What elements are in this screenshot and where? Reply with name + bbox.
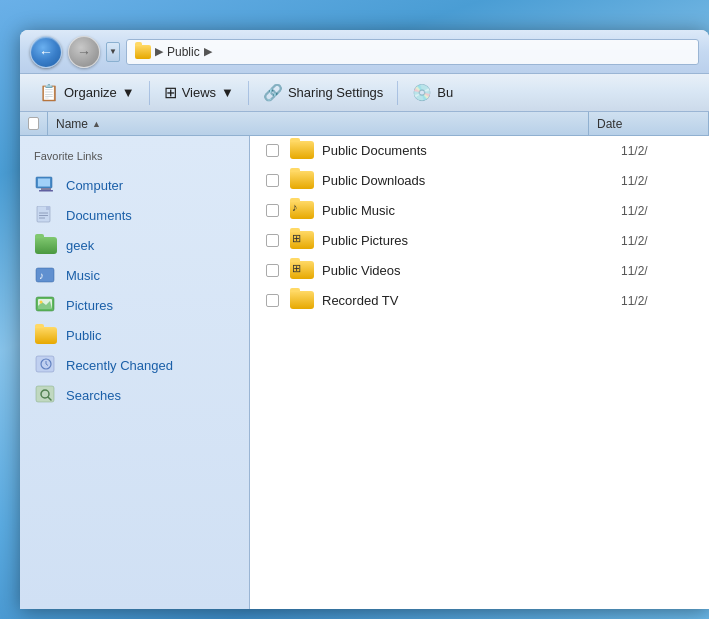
views-label: Views	[182, 85, 216, 100]
sidebar-item-geek-label: geek	[66, 238, 94, 253]
name-column-label: Name	[56, 117, 88, 131]
burn-icon: 💿	[412, 83, 432, 102]
svg-rect-3	[39, 190, 53, 192]
file-name-4: Public Videos	[318, 263, 617, 278]
views-dropdown-icon: ▼	[221, 85, 234, 100]
toolbar-divider-1	[149, 81, 150, 105]
sidebar-heading: Favorite Links	[20, 146, 249, 170]
sort-arrow-icon: ▲	[92, 119, 101, 129]
geek-icon	[34, 235, 58, 255]
nav-dropdown-button[interactable]: ▼	[106, 42, 120, 62]
file-name-5: Recorded TV	[318, 293, 617, 308]
row-checkbox-3[interactable]	[258, 234, 286, 247]
file-date-2: 11/2/	[621, 204, 701, 218]
back-button[interactable]: ←	[30, 36, 62, 68]
window-frame: ← → ▼ ▶ Public ▶ 📋 Organize ▼ ⊞ Views ▼	[20, 30, 709, 609]
sidebar-item-documents[interactable]: Documents	[20, 200, 249, 230]
file-name-0: Public Documents	[318, 143, 617, 158]
path-folder-icon	[135, 45, 151, 59]
svg-rect-1	[38, 179, 50, 187]
checkbox-icon[interactable]	[266, 174, 279, 187]
sidebar-item-documents-label: Documents	[66, 208, 132, 223]
sidebar-item-music[interactable]: ♪ Music	[20, 260, 249, 290]
file-date-3: 11/2/	[621, 234, 701, 248]
svg-rect-5	[46, 206, 50, 210]
date-column-label: Date	[597, 117, 622, 131]
sidebar-item-pictures-label: Pictures	[66, 298, 113, 313]
select-all-checkbox[interactable]	[28, 117, 39, 130]
file-name-1: Public Downloads	[318, 173, 617, 188]
address-path[interactable]: ▶ Public ▶	[126, 39, 699, 65]
forward-button[interactable]: →	[68, 36, 100, 68]
svg-rect-2	[41, 188, 51, 190]
checkbox-icon[interactable]	[266, 204, 279, 217]
column-headers: Name ▲ Date	[20, 112, 709, 136]
music-icon: ♪	[34, 265, 58, 285]
sidebar-item-computer-label: Computer	[66, 178, 123, 193]
svg-point-13	[40, 301, 43, 304]
checkbox-icon[interactable]	[266, 264, 279, 277]
searches-icon	[34, 385, 58, 405]
public-folder-icon	[34, 325, 58, 345]
table-row[interactable]: Public Downloads 11/2/	[250, 166, 709, 196]
table-row[interactable]: Public Pictures 11/2/	[250, 226, 709, 256]
sidebar-item-recently-changed-label: Recently Changed	[66, 358, 173, 373]
row-checkbox-4[interactable]	[258, 264, 286, 277]
checkbox-icon[interactable]	[266, 294, 279, 307]
sharing-button[interactable]: 🔗 Sharing Settings	[254, 78, 392, 107]
path-separator-2: ▶	[204, 45, 212, 58]
organize-dropdown-icon: ▼	[122, 85, 135, 100]
file-music-icon	[290, 201, 314, 221]
recently-changed-icon	[34, 355, 58, 375]
svg-text:♪: ♪	[39, 270, 44, 281]
toolbar-divider-2	[248, 81, 249, 105]
file-date-0: 11/2/	[621, 144, 701, 158]
name-column-header[interactable]: Name ▲	[48, 112, 589, 135]
row-checkbox-5[interactable]	[258, 294, 286, 307]
sharing-icon: 🔗	[263, 83, 283, 102]
window-background: ← → ▼ ▶ Public ▶ 📋 Organize ▼ ⊞ Views ▼	[0, 0, 709, 619]
file-folder-icon-0	[290, 141, 314, 161]
path-separator-1: ▶	[155, 45, 163, 58]
table-row[interactable]: Public Videos 11/2/	[250, 256, 709, 286]
sidebar-item-recently-changed[interactable]: Recently Changed	[20, 350, 249, 380]
checkbox-icon[interactable]	[266, 234, 279, 247]
sidebar: Favorite Links Computer	[20, 136, 250, 609]
sidebar-item-computer[interactable]: Computer	[20, 170, 249, 200]
toolbar-divider-3	[397, 81, 398, 105]
file-date-1: 11/2/	[621, 174, 701, 188]
sidebar-item-public-label: Public	[66, 328, 101, 343]
file-folder-icon-5	[290, 291, 314, 311]
table-row[interactable]: Recorded TV 11/2/	[250, 286, 709, 316]
file-videos-icon	[290, 261, 314, 281]
sidebar-item-music-label: Music	[66, 268, 100, 283]
sidebar-item-searches-label: Searches	[66, 388, 121, 403]
sidebar-item-public[interactable]: Public	[20, 320, 249, 350]
organize-icon: 📋	[39, 83, 59, 102]
organize-button[interactable]: 📋 Organize ▼	[30, 78, 144, 107]
file-name-3: Public Pictures	[318, 233, 617, 248]
checkbox-icon[interactable]	[266, 144, 279, 157]
main-area: Favorite Links Computer	[20, 136, 709, 609]
burn-button[interactable]: 💿 Bu	[403, 78, 462, 107]
computer-icon	[34, 175, 58, 195]
table-row[interactable]: Public Music 11/2/	[250, 196, 709, 226]
row-checkbox-1[interactable]	[258, 174, 286, 187]
file-folder-icon-1	[290, 171, 314, 191]
sidebar-item-searches[interactable]: Searches	[20, 380, 249, 410]
file-list: Public Documents 11/2/ Public Downloads …	[250, 136, 709, 609]
row-checkbox-0[interactable]	[258, 144, 286, 157]
sidebar-item-geek[interactable]: geek	[20, 230, 249, 260]
checkbox-column-header[interactable]	[20, 112, 48, 135]
row-checkbox-2[interactable]	[258, 204, 286, 217]
file-date-5: 11/2/	[621, 294, 701, 308]
toolbar: 📋 Organize ▼ ⊞ Views ▼ 🔗 Sharing Setting…	[20, 74, 709, 112]
documents-icon	[34, 205, 58, 225]
views-button[interactable]: ⊞ Views ▼	[155, 78, 243, 107]
address-bar: ← → ▼ ▶ Public ▶	[20, 30, 709, 74]
date-column-header[interactable]: Date	[589, 112, 709, 135]
pictures-icon	[34, 295, 58, 315]
views-icon: ⊞	[164, 83, 177, 102]
sidebar-item-pictures[interactable]: Pictures	[20, 290, 249, 320]
table-row[interactable]: Public Documents 11/2/	[250, 136, 709, 166]
